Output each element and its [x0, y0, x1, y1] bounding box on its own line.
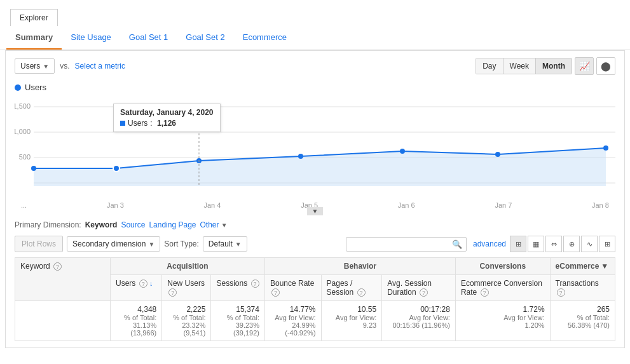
dimension-source-link[interactable]: Source	[121, 220, 145, 229]
sort-type-label: Sort Type:	[164, 239, 198, 248]
line-chart-svg: 1,500 1,000 500	[15, 97, 615, 196]
tab-goal-set-1[interactable]: Goal Set 1	[120, 26, 177, 50]
data-table: Keyword ? Acquisition Behavior Conversio…	[15, 257, 615, 341]
users-help-icon[interactable]: ?	[139, 280, 147, 288]
search-icon[interactable]: 🔍	[452, 239, 462, 249]
acquisition-header: Acquisition	[111, 258, 265, 275]
ecommerce-conversion-help-icon[interactable]: ?	[481, 288, 489, 297]
keyword-help-icon[interactable]: ?	[53, 262, 62, 271]
tab-site-usage[interactable]: Site Usage	[62, 26, 120, 50]
totals-pages-session-cell: 10.55 Avg for View: 9.23	[321, 301, 382, 341]
keyword-header: Keyword ?	[15, 258, 111, 301]
chart-collapse-button[interactable]: ▼	[307, 207, 324, 215]
pie-chart-button[interactable]: ⬤	[596, 57, 615, 75]
sessions-help-icon[interactable]: ?	[251, 280, 259, 288]
search-box: 🔍	[346, 237, 467, 252]
advanced-link[interactable]: advanced	[473, 239, 506, 248]
totals-keyword-cell	[15, 301, 111, 341]
chart-legend: Users	[15, 83, 615, 92]
day-button[interactable]: Day	[476, 58, 503, 74]
pages-session-help-icon[interactable]: ?	[357, 288, 366, 297]
sparkline-view-button[interactable]: ∿	[581, 236, 598, 252]
main-content: Users ▼ vs. Select a metric Day Week Mon…	[5, 50, 625, 348]
table-controls-left: Plot Rows Secondary dimension ▼ Sort Typ…	[15, 236, 247, 252]
month-button[interactable]: Month	[536, 58, 572, 74]
users-subheader: Users ? ↓	[111, 275, 162, 301]
bounce-rate-subheader: Bounce Rate ?	[264, 275, 321, 301]
explorer-tab[interactable]: Explorer	[10, 9, 58, 26]
x-label-2: Jan 4	[204, 201, 221, 209]
compare-view-button[interactable]: ⇔	[545, 236, 562, 252]
totals-avg-session-cell: 00:17:28 Avg for View: 00:15:36 (11.96%)	[382, 301, 456, 341]
new-users-help-icon[interactable]: ?	[168, 288, 177, 297]
dimension-other-dropdown[interactable]: Other ▼	[200, 220, 228, 229]
sort-type-select[interactable]: Default ▼	[203, 236, 247, 252]
plot-rows-button[interactable]: Plot Rows	[15, 236, 63, 252]
tooltip-value: Users: 1,126	[120, 119, 214, 128]
dimension-keyword: Keyword	[85, 220, 118, 229]
x-label-6: Jan 8	[592, 201, 609, 209]
ecommerce-arrow-icon: ▼	[601, 262, 608, 271]
svg-point-8	[31, 166, 36, 171]
transactions-help-icon[interactable]: ?	[557, 288, 565, 297]
chart-tooltip: Saturday, January 4, 2020 Users: 1,126	[113, 104, 221, 132]
additional-view-button[interactable]: ⊞	[599, 236, 615, 252]
x-label-5: Jan 7	[495, 201, 512, 209]
time-button-group: Day Week Month	[476, 58, 572, 74]
dimension-landing-page-link[interactable]: Landing Page	[149, 220, 196, 229]
primary-dimension-label: Primary Dimension:	[15, 220, 81, 229]
tooltip-date: Saturday, January 4, 2020	[120, 108, 214, 117]
svg-point-12	[400, 149, 405, 154]
pivot-view-button[interactable]: ⊕	[563, 236, 580, 252]
svg-point-13	[495, 152, 500, 157]
secondary-dimension-select[interactable]: Secondary dimension ▼	[67, 236, 160, 252]
x-label-1: Jan 3	[107, 201, 124, 209]
sort-arrow-icon: ▼	[235, 241, 242, 248]
table-view-icons: ⊞ ▦ ⇔ ⊕ ∿ ⊞	[510, 236, 615, 252]
grid-view-button[interactable]: ⊞	[510, 236, 526, 252]
dropdown-arrow-icon: ▼	[43, 63, 49, 70]
tooltip-number: 1,126	[157, 119, 176, 128]
sessions-subheader: Sessions ?	[211, 275, 265, 301]
chart-area: Users Saturday, January 4, 2020 Users: 1…	[15, 83, 615, 210]
primary-dimension: Primary Dimension: Keyword Source Landin…	[15, 220, 615, 229]
svg-point-14	[603, 145, 608, 151]
svg-text:500: 500	[19, 153, 31, 161]
bounce-rate-help-icon[interactable]: ?	[271, 288, 280, 297]
totals-new-users-cell: 2,225 % of Total: 23.32% (9,541)	[162, 301, 211, 341]
table-controls-right: 🔍 advanced ⊞ ▦ ⇔ ⊕ ∿ ⊞	[346, 236, 615, 252]
left-controls: Users ▼ vs. Select a metric	[15, 58, 125, 74]
select-metric-link[interactable]: Select a metric	[75, 62, 125, 71]
tab-ecommerce[interactable]: Ecommerce	[234, 26, 296, 50]
transactions-subheader: Transactions ?	[550, 275, 615, 301]
svg-point-11	[298, 154, 303, 159]
right-controls: Day Week Month 📈 ⬤	[476, 57, 615, 75]
tab-summary[interactable]: Summary	[6, 26, 62, 50]
sort-default-label: Default	[209, 239, 233, 248]
new-users-subheader: New Users ?	[162, 275, 211, 301]
tab-goal-set-2[interactable]: Goal Set 2	[177, 26, 233, 50]
top-controls: Users ▼ vs. Select a metric Day Week Mon…	[15, 57, 615, 75]
totals-sessions-cell: 15,374 % of Total: 39.23% (39,192)	[211, 301, 265, 341]
conversions-header: Conversions	[455, 258, 550, 275]
pages-session-subheader: Pages / Session ?	[321, 275, 382, 301]
search-input[interactable]	[350, 239, 452, 248]
ecommerce-header[interactable]: eCommerce ▼	[550, 258, 615, 275]
avg-session-help-icon[interactable]: ?	[420, 288, 428, 297]
line-chart-button[interactable]: 📈	[575, 57, 594, 75]
ecommerce-select[interactable]: eCommerce ▼	[556, 262, 610, 271]
svg-point-9	[113, 165, 120, 172]
bar-view-button[interactable]: ▦	[528, 236, 544, 252]
tooltip-metric: Users	[128, 119, 147, 128]
secondary-dimension-label: Secondary dimension	[72, 239, 146, 248]
totals-conversion-rate-cell: 1.72% Avg for View: 1.20%	[455, 301, 550, 341]
legend-label: Users	[25, 83, 46, 92]
nav-tabs-container: Summary Site Usage Goal Set 1 Goal Set 2…	[0, 26, 630, 50]
totals-bounce-rate-cell: 14.77% Avg for View: 24.99% (-40.92%)	[264, 301, 321, 341]
totals-transactions-cell: 265 % of Total: 56.38% (470)	[550, 301, 615, 341]
metric-dropdown-label: Users	[20, 62, 40, 71]
users-sort-arrow[interactable]: ↓	[149, 280, 153, 287]
metric-dropdown[interactable]: Users ▼	[15, 58, 55, 74]
totals-users-cell: 4,348 % of Total: 31.13% (13,966)	[111, 301, 162, 341]
week-button[interactable]: Week	[503, 58, 536, 74]
